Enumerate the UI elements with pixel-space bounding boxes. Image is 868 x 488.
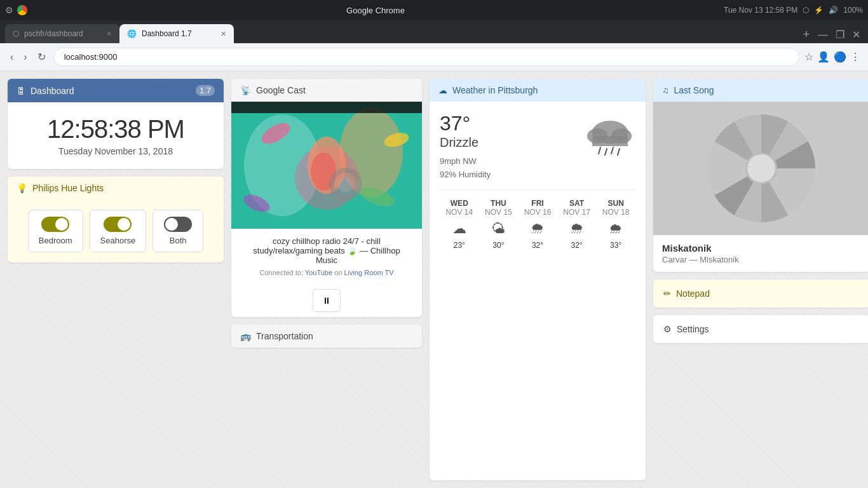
tab-github[interactable]: ⬡ pschfr/dashboard ✕ bbox=[5, 24, 119, 43]
browser-title: Google Chrome bbox=[32, 6, 719, 15]
forecast-wed-icon: ☁ bbox=[445, 220, 473, 237]
toggle-knob-both bbox=[165, 218, 178, 231]
song-artist: Carvar — Miskatonik bbox=[662, 255, 860, 264]
bookmark-icon[interactable]: ☆ bbox=[804, 51, 813, 63]
window-controls: — ❐ ✕ bbox=[815, 29, 863, 43]
forecast-sat-temp: 32° bbox=[563, 241, 590, 250]
toggle-label-bedroom: Bedroom bbox=[39, 236, 72, 245]
toggle-both[interactable]: Both bbox=[153, 210, 203, 252]
forecast-fri-icon: 🌨 bbox=[524, 220, 552, 237]
menu-icon[interactable]: ⋮ bbox=[850, 51, 860, 63]
cast-controls: ⏸ bbox=[231, 284, 422, 317]
forecast-sat-icon: 🌨 bbox=[563, 220, 590, 237]
weather-current: 37° Drizzle 9mph NW 92% Humidity bbox=[440, 112, 635, 179]
weather-wind: 9mph NW bbox=[440, 156, 491, 166]
toggle-bedroom[interactable]: Bedroom bbox=[28, 210, 83, 252]
weather-forecast: WED NOV 14 ☁ 23° THU NOV 15 🌤 30° FRI bbox=[440, 189, 635, 250]
notepad-icon: ✏ bbox=[663, 288, 671, 299]
avatar-icon[interactable]: 🔵 bbox=[834, 51, 846, 63]
browser-addressbar: ‹ › ↻ ☆ 👤 🔵 ⋮ bbox=[0, 43, 868, 71]
weather-main-info: 37° Drizzle 9mph NW 92% Humidity bbox=[440, 112, 491, 179]
weather-humidity: 92% Humidity bbox=[440, 170, 491, 179]
song-name: Miskatonik bbox=[662, 243, 860, 254]
system-icons: ⚙ bbox=[5, 5, 27, 15]
forecast-sat-day: SAT bbox=[563, 199, 590, 208]
forecast-sat: SAT NOV 17 🌨 32° bbox=[563, 199, 590, 250]
forecast-sun: SUN NOV 18 🌧 33° bbox=[602, 199, 630, 250]
music-icon: ♫ bbox=[662, 85, 669, 95]
minimize-button[interactable]: — bbox=[815, 29, 831, 41]
cast-service: YouTube bbox=[305, 269, 334, 276]
svg-line-19 bbox=[611, 147, 613, 154]
tab-close-github[interactable]: ✕ bbox=[106, 30, 112, 38]
settings-header[interactable]: ⚙ Settings bbox=[653, 315, 868, 343]
cast-location: Living Room TV bbox=[344, 269, 393, 276]
song-info: Miskatonik Carvar — Miskatonik bbox=[653, 235, 868, 272]
forecast-wed-date: NOV 14 bbox=[445, 208, 473, 217]
browser-tabbar: ⬡ pschfr/dashboard ✕ 🌐 Dashboard 1.7 ✕ +… bbox=[0, 20, 868, 43]
song-separator: — bbox=[689, 255, 700, 264]
toggle-switch-seahorse bbox=[104, 217, 132, 232]
svg-line-17 bbox=[599, 147, 600, 154]
titlebar-right: Tue Nov 13 12:58 PM ⬡ ⚡ 🔊 100% bbox=[724, 6, 863, 15]
cast-body: cozy chillhop radio 24/7 - chill study/r… bbox=[231, 102, 422, 317]
weather-card: ☁ Weather in Pittsburgh 37° Drizzle 9mph… bbox=[430, 79, 646, 480]
tab-dashboard[interactable]: 🌐 Dashboard 1.7 ✕ bbox=[119, 24, 234, 43]
maximize-button[interactable]: ❐ bbox=[833, 29, 847, 41]
forward-button[interactable]: › bbox=[21, 49, 29, 65]
forecast-wed: WED NOV 14 ☁ 23° bbox=[445, 199, 473, 250]
last-song-header: ♫ Last Song bbox=[653, 79, 868, 102]
settings-icon: ⚙ bbox=[663, 324, 672, 334]
forecast-fri-temp: 32° bbox=[524, 241, 552, 250]
tab-label-github: pschfr/dashboard bbox=[24, 29, 83, 38]
forecast-sun-icon: 🌧 bbox=[602, 220, 630, 237]
address-bar[interactable] bbox=[53, 48, 799, 66]
clock-card: 12:58:38 PM Tuesday November 13, 2018 bbox=[8, 102, 224, 169]
pause-icon: ⏸ bbox=[322, 295, 331, 306]
svg-rect-12 bbox=[231, 102, 422, 113]
vinyl-disc bbox=[707, 114, 815, 222]
tab-close-dashboard[interactable]: ✕ bbox=[220, 30, 226, 38]
toggle-seahorse[interactable]: Seahorse bbox=[90, 210, 147, 252]
weather-header: ☁ Weather in Pittsburgh bbox=[430, 79, 646, 102]
hue-lights-card: 💡 Philips Hue Lights Bedroom Seahorse bbox=[8, 177, 224, 262]
cast-on: on bbox=[334, 269, 344, 276]
last-song-card: ♫ Last Song Miskatonik Carvar — Miskaton… bbox=[653, 79, 868, 272]
reload-button[interactable]: ↻ bbox=[35, 48, 48, 65]
transport-header: 🚌 Transportation bbox=[231, 325, 422, 348]
dashboard-title: Dashboard bbox=[31, 86, 74, 96]
hue-header: 💡 Philips Hue Lights bbox=[8, 177, 224, 200]
weather-title: Weather in Pittsburgh bbox=[452, 85, 538, 95]
toggle-knob-bedroom bbox=[55, 218, 68, 231]
chrome-logo bbox=[17, 5, 27, 15]
weather-temp: 37° bbox=[440, 112, 491, 135]
weather-column: ☁ Weather in Pittsburgh 37° Drizzle 9mph… bbox=[430, 79, 646, 480]
notepad-header[interactable]: ✏ Notepad bbox=[653, 280, 868, 308]
cast-connected-prefix: Connected to: bbox=[259, 269, 303, 276]
cast-card: 📡 Google Cast bbox=[231, 79, 422, 317]
back-button[interactable]: ‹ bbox=[8, 49, 16, 65]
forecast-sun-temp: 33° bbox=[602, 241, 630, 250]
forecast-fri-day: FRI bbox=[524, 199, 552, 208]
transport-title: Transportation bbox=[256, 331, 313, 341]
cast-header: 📡 Google Cast bbox=[231, 79, 422, 102]
clock-time: 12:58:38 PM bbox=[20, 115, 211, 144]
browser-titlebar: ⚙ Google Chrome Tue Nov 13 12:58 PM ⬡ ⚡ … bbox=[0, 0, 868, 20]
dashboard-header: 🎛 Dashboard 1.7 bbox=[8, 79, 224, 102]
forecast-thu-date: NOV 15 bbox=[485, 208, 512, 217]
profile-icon[interactable]: 👤 bbox=[817, 51, 830, 63]
weather-body: 37° Drizzle 9mph NW 92% Humidity bbox=[430, 102, 646, 260]
pause-button[interactable]: ⏸ bbox=[313, 289, 341, 312]
forecast-thu-day: THU bbox=[485, 199, 512, 208]
right-column: ♫ Last Song Miskatonik Carvar — Miskaton… bbox=[653, 79, 868, 480]
toggle-label-seahorse: Seahorse bbox=[100, 236, 136, 245]
new-tab-button[interactable]: + bbox=[797, 25, 815, 43]
forecast-thu: THU NOV 15 🌤 30° bbox=[485, 199, 512, 250]
close-button[interactable]: ✕ bbox=[850, 29, 863, 41]
gear-icon: ⚙ bbox=[5, 5, 13, 15]
cast-svg-art bbox=[231, 102, 422, 229]
volume-icon: 🔊 bbox=[829, 6, 838, 15]
hue-title: Philips Hue Lights bbox=[32, 183, 104, 193]
weather-drizzle-icon bbox=[585, 112, 635, 172]
notepad-title: Notepad bbox=[676, 288, 710, 299]
